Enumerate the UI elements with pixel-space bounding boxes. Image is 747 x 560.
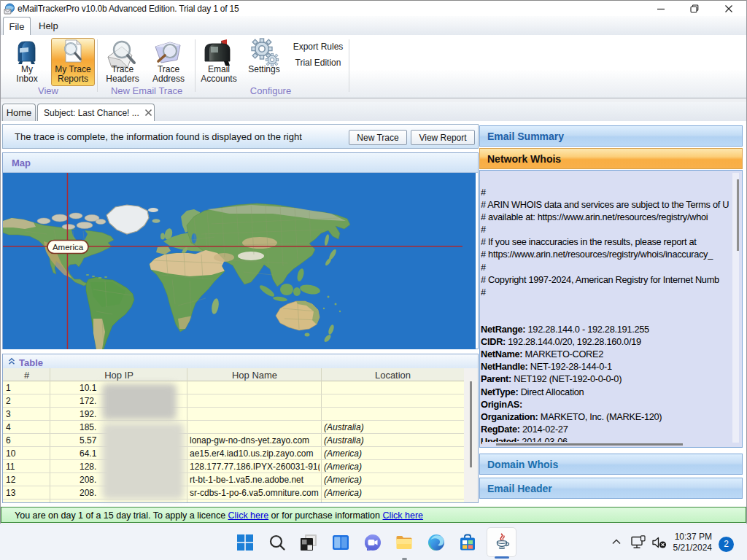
svg-text:America: America bbox=[53, 243, 84, 252]
